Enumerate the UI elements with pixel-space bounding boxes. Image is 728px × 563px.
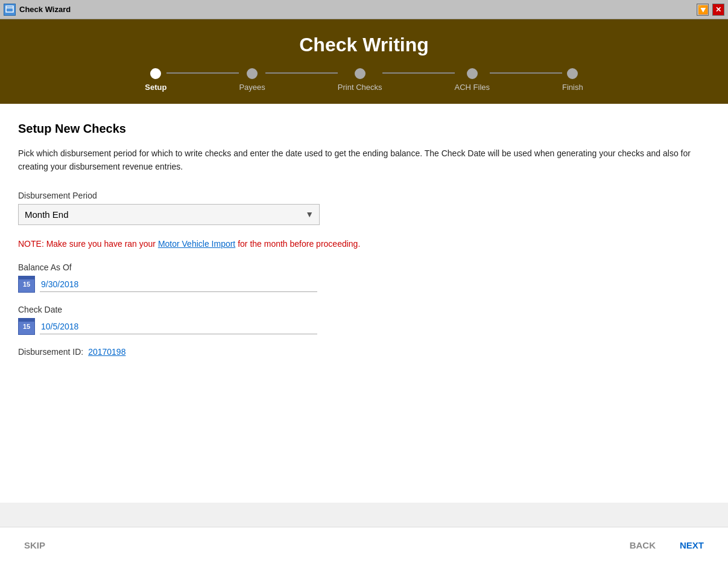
check-date-label: Check Date	[18, 305, 710, 314]
motor-vehicle-import-link[interactable]: Motor Vehicle Import	[158, 239, 235, 249]
cal-number-balance: 15	[23, 281, 30, 288]
disbursement-id-value: 20170198	[88, 347, 125, 357]
title-bar: Check Wizard 🔽 ✕	[0, 0, 728, 19]
footer-left: SKIP	[18, 536, 51, 554]
step-line-3	[382, 72, 455, 74]
step-setup[interactable]: Setup	[145, 68, 166, 92]
step-line-2	[265, 72, 338, 74]
disbursement-id-row: Disbursement ID: 20170198	[18, 347, 710, 357]
skip-button[interactable]: SKIP	[18, 536, 51, 554]
balance-as-of-group: Balance As Of 15	[18, 262, 710, 293]
disbursement-period-group: Disbursement Period Month End Mid Month …	[18, 191, 710, 225]
balance-as-of-row: 15	[18, 276, 710, 293]
balance-as-of-input[interactable]	[40, 277, 317, 292]
footer-right: BACK NEXT	[624, 536, 710, 554]
minimize-icon: 🔽	[698, 5, 708, 14]
step-line-1	[166, 72, 239, 74]
check-date-group: Check Date 15	[18, 305, 710, 335]
main-content: Setup New Checks Pick which disbursement…	[0, 104, 728, 503]
step-label-setup: Setup	[145, 83, 166, 92]
disbursement-period-select[interactable]: Month End Mid Month Weekly Other	[18, 204, 320, 225]
step-circle-print-checks	[355, 68, 366, 79]
description-text: Pick which disbursement period for which…	[18, 147, 710, 174]
close-button[interactable]: ✕	[712, 4, 724, 16]
step-payees[interactable]: Payees	[239, 68, 265, 92]
step-finish[interactable]: Finish	[562, 68, 583, 92]
close-icon: ✕	[715, 5, 721, 14]
step-label-payees: Payees	[239, 83, 265, 92]
footer: SKIP BACK NEXT	[0, 527, 728, 563]
disbursement-period-label: Disbursement Period	[18, 191, 710, 200]
minimize-button[interactable]: 🔽	[697, 4, 709, 16]
step-label-ach-files: ACH Files	[455, 83, 490, 92]
back-button[interactable]: BACK	[624, 536, 662, 554]
step-label-print-checks: Print Checks	[338, 83, 382, 92]
note-text: NOTE: Make sure you have ran your Motor …	[18, 237, 710, 250]
app-icon	[4, 4, 16, 16]
note-suffix: for the month before proceeding.	[235, 239, 360, 249]
step-circle-ach-files	[467, 68, 478, 79]
cal-bar-check	[19, 319, 34, 322]
check-date-row: 15	[18, 318, 710, 335]
disbursement-id-label: Disbursement ID:	[18, 347, 83, 357]
section-title: Setup New Checks	[18, 122, 710, 136]
cal-bar-top	[19, 276, 34, 279]
cal-number-check: 15	[23, 323, 30, 330]
wizard-header: Check Writing Setup Payees Print Checks …	[0, 19, 728, 104]
step-line-4	[490, 72, 562, 74]
disbursement-period-wrapper: Month End Mid Month Weekly Other ▼	[18, 204, 320, 225]
step-circle-setup	[150, 68, 161, 79]
balance-calendar-icon[interactable]: 15	[18, 276, 35, 293]
check-calendar-icon[interactable]: 15	[18, 318, 35, 335]
step-print-checks[interactable]: Print Checks	[338, 68, 382, 92]
next-button[interactable]: NEXT	[674, 536, 710, 554]
svg-rect-0	[6, 6, 13, 12]
step-circle-finish	[567, 68, 578, 79]
step-label-finish: Finish	[562, 83, 583, 92]
window-title: Check Wizard	[19, 5, 693, 14]
step-circle-payees	[247, 68, 258, 79]
check-date-input[interactable]	[40, 319, 317, 334]
wizard-title: Check Writing	[0, 34, 728, 56]
note-prefix: NOTE: Make sure you have ran your	[18, 239, 158, 249]
wizard-steps: Setup Payees Print Checks ACH Files Fini…	[0, 68, 728, 92]
step-ach-files[interactable]: ACH Files	[455, 68, 490, 92]
balance-as-of-label: Balance As Of	[18, 262, 710, 272]
